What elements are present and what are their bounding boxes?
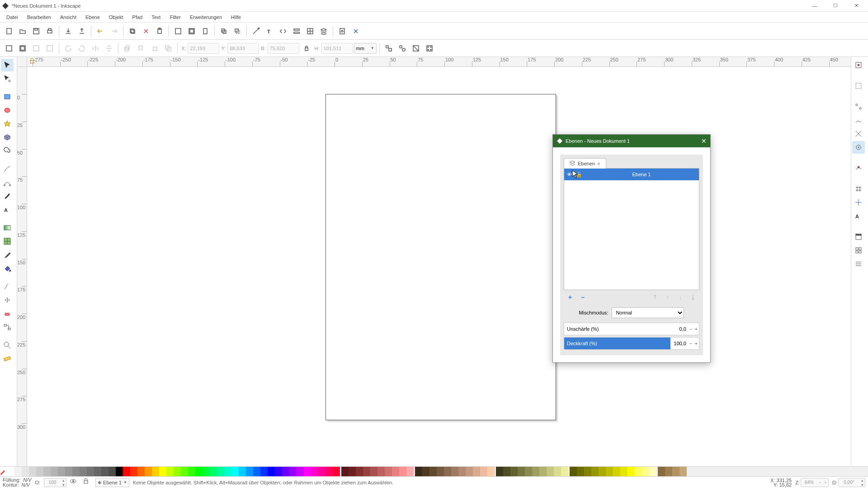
color-swatch[interactable] <box>282 467 289 476</box>
color-swatch[interactable] <box>29 467 36 476</box>
color-swatch[interactable] <box>87 467 94 476</box>
rotate-cw-button[interactable] <box>75 42 88 55</box>
layers-tab[interactable]: Ebenen ✕ <box>564 158 606 169</box>
color-swatch[interactable] <box>591 467 599 476</box>
spiral-tool[interactable] <box>1 145 14 157</box>
color-swatch[interactable] <box>145 467 152 476</box>
toggle-selection-button[interactable] <box>43 42 56 55</box>
color-swatch[interactable] <box>217 467 224 476</box>
scale-stroke-button[interactable] <box>382 42 395 55</box>
add-layer-button[interactable]: ＋ <box>566 293 575 302</box>
zoom-tool[interactable] <box>1 339 14 352</box>
color-swatch[interactable] <box>65 467 72 476</box>
color-swatch[interactable] <box>377 467 385 476</box>
open-object-props[interactable] <box>852 230 865 243</box>
gradient-tool[interactable] <box>1 221 14 234</box>
box3d-tool[interactable] <box>1 131 14 144</box>
color-swatch[interactable] <box>496 467 503 476</box>
ruler-horizontal[interactable]: -300-275-250-225-200-175-150-125-100-75-… <box>27 57 851 67</box>
color-swatch[interactable] <box>635 467 642 476</box>
color-swatch[interactable] <box>7 467 14 476</box>
color-swatch[interactable] <box>665 467 672 476</box>
color-swatch[interactable] <box>174 467 181 476</box>
snap-toggle[interactable] <box>852 59 865 71</box>
snap-path-toggle[interactable] <box>852 114 865 127</box>
canvas[interactable] <box>27 67 851 466</box>
color-swatch[interactable] <box>613 467 620 476</box>
opacity-increase[interactable]: + <box>693 341 699 346</box>
color-swatch[interactable] <box>22 467 29 476</box>
color-swatch[interactable] <box>415 467 422 476</box>
connector-tool[interactable] <box>1 321 14 333</box>
rotation-value[interactable] <box>839 480 859 485</box>
color-swatch[interactable] <box>318 467 326 476</box>
spin-down[interactable]: ▾ <box>61 483 66 487</box>
layer-down-button[interactable]: ↓ <box>676 293 685 302</box>
color-swatch[interactable] <box>14 467 22 476</box>
star-tool[interactable] <box>1 117 14 130</box>
snap-center-toggle[interactable] <box>852 141 865 154</box>
color-swatch[interactable] <box>94 467 101 476</box>
color-swatch[interactable] <box>525 467 532 476</box>
y-field[interactable]: 88,633 <box>227 43 259 54</box>
color-swatch[interactable] <box>108 467 116 476</box>
minimize-button[interactable]: ― <box>805 0 825 11</box>
menu-ansicht[interactable]: Ansicht <box>56 13 81 21</box>
menu-filter[interactable]: Filter <box>165 13 185 21</box>
text-tool-button[interactable]: T <box>263 25 276 38</box>
color-swatch[interactable] <box>239 467 246 476</box>
color-swatch[interactable] <box>606 467 613 476</box>
zoom-in[interactable]: + <box>823 480 828 485</box>
color-swatch[interactable] <box>554 467 561 476</box>
x-field[interactable]: 22,193 <box>188 43 219 54</box>
rotate-ccw-button[interactable] <box>62 42 75 55</box>
color-swatch[interactable] <box>370 467 377 476</box>
snap-bbox-toggle[interactable] <box>852 80 865 92</box>
lower-bottom-button[interactable] <box>162 42 175 55</box>
move-patterns-button[interactable] <box>423 42 436 55</box>
color-swatch[interactable] <box>473 467 480 476</box>
pencil-tool[interactable] <box>1 163 14 175</box>
color-swatch[interactable] <box>72 467 80 476</box>
color-swatch[interactable] <box>195 467 203 476</box>
color-swatch[interactable] <box>437 467 444 476</box>
cut-button[interactable] <box>140 25 152 38</box>
rotation-spinner[interactable]: ▴▾ <box>838 478 865 487</box>
export-button[interactable] <box>75 25 88 38</box>
color-swatch[interactable] <box>224 467 231 476</box>
deselect-button[interactable] <box>30 42 42 55</box>
select-all-button[interactable] <box>3 42 15 55</box>
node-tool[interactable] <box>1 72 14 85</box>
color-swatch[interactable] <box>487 467 495 476</box>
menu-erweiterungen[interactable]: Erweiterungen <box>185 13 226 21</box>
color-swatch[interactable] <box>577 467 584 476</box>
layer-to-top-button[interactable]: ⤒ <box>651 293 660 302</box>
color-swatch[interactable] <box>422 467 429 476</box>
color-swatch[interactable] <box>311 467 318 476</box>
blur-slider[interactable]: Unschärfe (%) 0,0 − + <box>564 323 699 335</box>
color-swatch[interactable] <box>458 467 466 476</box>
color-swatch[interactable] <box>268 467 275 476</box>
color-swatch[interactable] <box>547 467 554 476</box>
snap-grid-toggle[interactable] <box>852 183 865 195</box>
layer-visibility-icon[interactable]: 👁 <box>564 172 574 177</box>
layer-lock-toggle[interactable] <box>83 478 92 487</box>
text-tool[interactable]: A <box>1 203 14 216</box>
tweak-tool[interactable] <box>1 280 14 293</box>
spray-tool[interactable] <box>1 294 14 306</box>
ruler-vertical[interactable]: 0255075100125150175200225250275300 <box>17 67 27 466</box>
open-button[interactable] <box>16 25 29 38</box>
color-swatch[interactable] <box>326 467 333 476</box>
menu-objekt[interactable]: Objekt <box>104 13 128 21</box>
color-swatch[interactable] <box>152 467 159 476</box>
unit-dropdown[interactable]: mm▼ <box>354 43 377 54</box>
dropper-tool[interactable] <box>1 249 14 261</box>
color-swatch[interactable] <box>246 467 253 476</box>
snap-intersection-toggle[interactable] <box>852 127 865 140</box>
snap-nodes-toggle[interactable] <box>852 100 865 113</box>
color-swatch[interactable] <box>333 467 340 476</box>
color-swatch[interactable] <box>253 467 260 476</box>
close-button[interactable]: ✕ <box>846 0 866 11</box>
color-swatch[interactable] <box>130 467 137 476</box>
menu-pfad[interactable]: Pfad <box>128 13 147 21</box>
